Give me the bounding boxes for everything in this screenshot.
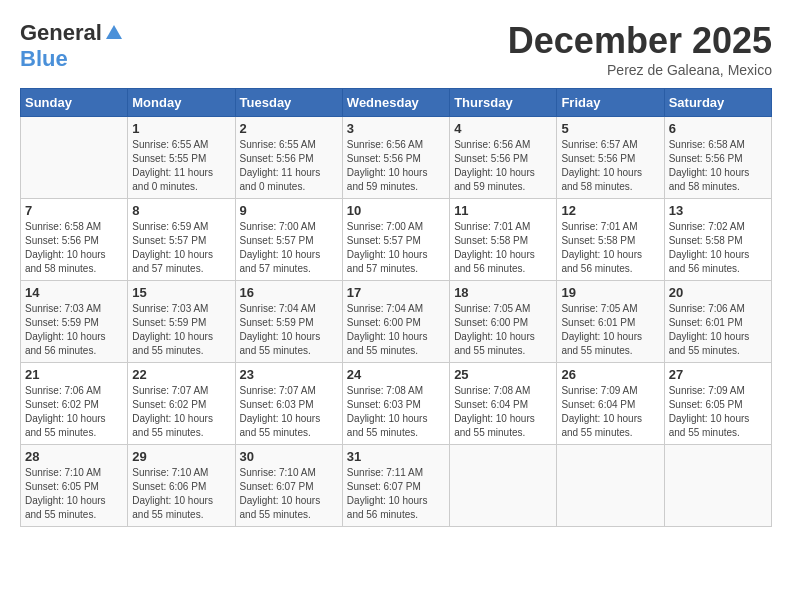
day-number: 8 [132,203,230,218]
day-number: 13 [669,203,767,218]
calendar-cell: 29Sunrise: 7:10 AM Sunset: 6:06 PM Dayli… [128,445,235,527]
day-number: 28 [25,449,123,464]
day-number: 9 [240,203,338,218]
day-info: Sunrise: 7:10 AM Sunset: 6:05 PM Dayligh… [25,466,123,522]
calendar-cell: 5Sunrise: 6:57 AM Sunset: 5:56 PM Daylig… [557,117,664,199]
calendar-cell: 15Sunrise: 7:03 AM Sunset: 5:59 PM Dayli… [128,281,235,363]
day-number: 4 [454,121,552,136]
day-number: 24 [347,367,445,382]
week-row-1: 1Sunrise: 6:55 AM Sunset: 5:55 PM Daylig… [21,117,772,199]
day-number: 25 [454,367,552,382]
day-info: Sunrise: 7:08 AM Sunset: 6:03 PM Dayligh… [347,384,445,440]
calendar-cell: 23Sunrise: 7:07 AM Sunset: 6:03 PM Dayli… [235,363,342,445]
day-info: Sunrise: 6:58 AM Sunset: 5:56 PM Dayligh… [669,138,767,194]
day-info: Sunrise: 7:10 AM Sunset: 6:07 PM Dayligh… [240,466,338,522]
calendar-cell: 3Sunrise: 6:56 AM Sunset: 5:56 PM Daylig… [342,117,449,199]
day-info: Sunrise: 6:58 AM Sunset: 5:56 PM Dayligh… [25,220,123,276]
day-info: Sunrise: 6:56 AM Sunset: 5:56 PM Dayligh… [347,138,445,194]
svg-marker-0 [106,25,122,39]
day-info: Sunrise: 7:09 AM Sunset: 6:05 PM Dayligh… [669,384,767,440]
logo-general-text: General [20,20,102,46]
day-number: 10 [347,203,445,218]
calendar-cell: 1Sunrise: 6:55 AM Sunset: 5:55 PM Daylig… [128,117,235,199]
logo-icon [104,23,124,43]
calendar-cell: 17Sunrise: 7:04 AM Sunset: 6:00 PM Dayli… [342,281,449,363]
logo: General Blue [20,20,124,72]
day-number: 15 [132,285,230,300]
month-title: December 2025 [508,20,772,62]
day-info: Sunrise: 7:00 AM Sunset: 5:57 PM Dayligh… [347,220,445,276]
day-number: 27 [669,367,767,382]
calendar-cell [450,445,557,527]
day-info: Sunrise: 7:04 AM Sunset: 5:59 PM Dayligh… [240,302,338,358]
calendar-cell: 8Sunrise: 6:59 AM Sunset: 5:57 PM Daylig… [128,199,235,281]
calendar-table: SundayMondayTuesdayWednesdayThursdayFrid… [20,88,772,527]
week-row-3: 14Sunrise: 7:03 AM Sunset: 5:59 PM Dayli… [21,281,772,363]
column-header-friday: Friday [557,89,664,117]
day-info: Sunrise: 7:07 AM Sunset: 6:03 PM Dayligh… [240,384,338,440]
calendar-cell: 2Sunrise: 6:55 AM Sunset: 5:56 PM Daylig… [235,117,342,199]
logo-blue-text: Blue [20,46,68,72]
day-number: 3 [347,121,445,136]
day-info: Sunrise: 7:06 AM Sunset: 6:02 PM Dayligh… [25,384,123,440]
calendar-cell: 12Sunrise: 7:01 AM Sunset: 5:58 PM Dayli… [557,199,664,281]
calendar-cell: 4Sunrise: 6:56 AM Sunset: 5:56 PM Daylig… [450,117,557,199]
week-row-4: 21Sunrise: 7:06 AM Sunset: 6:02 PM Dayli… [21,363,772,445]
day-info: Sunrise: 7:01 AM Sunset: 5:58 PM Dayligh… [454,220,552,276]
day-number: 19 [561,285,659,300]
day-info: Sunrise: 7:05 AM Sunset: 6:00 PM Dayligh… [454,302,552,358]
column-header-thursday: Thursday [450,89,557,117]
calendar-cell: 27Sunrise: 7:09 AM Sunset: 6:05 PM Dayli… [664,363,771,445]
calendar-cell: 24Sunrise: 7:08 AM Sunset: 6:03 PM Dayli… [342,363,449,445]
day-info: Sunrise: 7:10 AM Sunset: 6:06 PM Dayligh… [132,466,230,522]
day-info: Sunrise: 6:55 AM Sunset: 5:56 PM Dayligh… [240,138,338,194]
day-info: Sunrise: 7:06 AM Sunset: 6:01 PM Dayligh… [669,302,767,358]
day-info: Sunrise: 7:07 AM Sunset: 6:02 PM Dayligh… [132,384,230,440]
day-number: 5 [561,121,659,136]
day-number: 2 [240,121,338,136]
day-number: 12 [561,203,659,218]
calendar-cell: 11Sunrise: 7:01 AM Sunset: 5:58 PM Dayli… [450,199,557,281]
calendar-cell: 7Sunrise: 6:58 AM Sunset: 5:56 PM Daylig… [21,199,128,281]
day-info: Sunrise: 7:11 AM Sunset: 6:07 PM Dayligh… [347,466,445,522]
day-number: 29 [132,449,230,464]
day-number: 17 [347,285,445,300]
calendar-cell: 18Sunrise: 7:05 AM Sunset: 6:00 PM Dayli… [450,281,557,363]
column-header-tuesday: Tuesday [235,89,342,117]
page-header: General Blue December 2025 Perez de Gale… [20,20,772,78]
column-header-monday: Monday [128,89,235,117]
calendar-cell: 26Sunrise: 7:09 AM Sunset: 6:04 PM Dayli… [557,363,664,445]
calendar-cell: 30Sunrise: 7:10 AM Sunset: 6:07 PM Dayli… [235,445,342,527]
day-number: 11 [454,203,552,218]
column-header-wednesday: Wednesday [342,89,449,117]
header-row: SundayMondayTuesdayWednesdayThursdayFrid… [21,89,772,117]
calendar-cell: 25Sunrise: 7:08 AM Sunset: 6:04 PM Dayli… [450,363,557,445]
week-row-2: 7Sunrise: 6:58 AM Sunset: 5:56 PM Daylig… [21,199,772,281]
calendar-cell: 19Sunrise: 7:05 AM Sunset: 6:01 PM Dayli… [557,281,664,363]
day-info: Sunrise: 7:08 AM Sunset: 6:04 PM Dayligh… [454,384,552,440]
calendar-body: 1Sunrise: 6:55 AM Sunset: 5:55 PM Daylig… [21,117,772,527]
week-row-5: 28Sunrise: 7:10 AM Sunset: 6:05 PM Dayli… [21,445,772,527]
location-subtitle: Perez de Galeana, Mexico [508,62,772,78]
calendar-cell: 28Sunrise: 7:10 AM Sunset: 6:05 PM Dayli… [21,445,128,527]
day-info: Sunrise: 7:00 AM Sunset: 5:57 PM Dayligh… [240,220,338,276]
day-info: Sunrise: 7:03 AM Sunset: 5:59 PM Dayligh… [132,302,230,358]
day-info: Sunrise: 6:59 AM Sunset: 5:57 PM Dayligh… [132,220,230,276]
calendar-header: SundayMondayTuesdayWednesdayThursdayFrid… [21,89,772,117]
column-header-sunday: Sunday [21,89,128,117]
day-number: 30 [240,449,338,464]
day-info: Sunrise: 7:09 AM Sunset: 6:04 PM Dayligh… [561,384,659,440]
calendar-cell: 21Sunrise: 7:06 AM Sunset: 6:02 PM Dayli… [21,363,128,445]
calendar-cell: 16Sunrise: 7:04 AM Sunset: 5:59 PM Dayli… [235,281,342,363]
calendar-cell: 9Sunrise: 7:00 AM Sunset: 5:57 PM Daylig… [235,199,342,281]
calendar-cell: 22Sunrise: 7:07 AM Sunset: 6:02 PM Dayli… [128,363,235,445]
day-info: Sunrise: 7:02 AM Sunset: 5:58 PM Dayligh… [669,220,767,276]
day-info: Sunrise: 7:01 AM Sunset: 5:58 PM Dayligh… [561,220,659,276]
column-header-saturday: Saturday [664,89,771,117]
calendar-cell: 10Sunrise: 7:00 AM Sunset: 5:57 PM Dayli… [342,199,449,281]
day-number: 31 [347,449,445,464]
calendar-cell [21,117,128,199]
day-number: 7 [25,203,123,218]
day-number: 14 [25,285,123,300]
day-number: 22 [132,367,230,382]
